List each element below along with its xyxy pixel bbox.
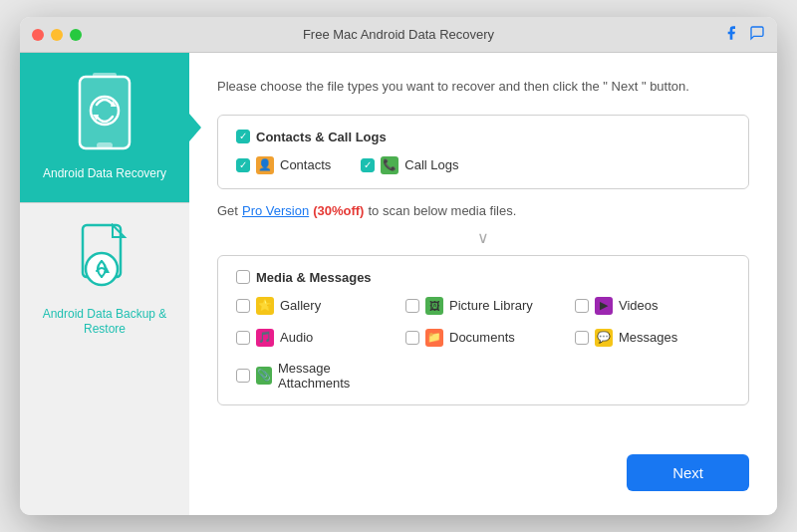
window-title: Free Mac Android Data Recovery (303, 27, 494, 42)
pro-text: Get Pro Version (30%off) to scan below m… (217, 203, 749, 218)
sidebar: Android Data Recovery (20, 53, 189, 515)
media-section-title: Media & Messages (256, 270, 372, 285)
videos-item[interactable]: ▶ Videos (575, 297, 730, 315)
documents-label: Documents (449, 330, 515, 345)
instruction-text: Please choose the file types you want to… (217, 77, 749, 97)
gallery-icon: ⭐ (256, 297, 274, 315)
contacts-section-title: Contacts & Call Logs (256, 130, 387, 144)
traffic-lights (32, 29, 82, 41)
facebook-icon[interactable] (723, 25, 739, 45)
picture-library-label: Picture Library (449, 298, 533, 313)
messages-checkbox[interactable] (575, 331, 589, 345)
gallery-checkbox[interactable] (236, 299, 250, 313)
phone-recovery-icon (75, 73, 134, 156)
picture-library-checkbox[interactable] (405, 299, 419, 313)
sidebar-item-backup-label: Android Data Backup & Restore (30, 307, 179, 338)
message-icon[interactable] (749, 25, 765, 45)
pro-prefix: Get (217, 203, 238, 218)
gallery-label: Gallery (280, 298, 321, 313)
svg-rect-0 (80, 77, 130, 148)
contacts-icon: 👤 (256, 156, 274, 174)
app-window: Free Mac Android Data Recovery (20, 17, 777, 515)
videos-checkbox[interactable] (575, 299, 589, 313)
documents-item[interactable]: 📁 Documents (405, 329, 561, 347)
close-button[interactable] (32, 29, 44, 41)
contacts-section-checkbox[interactable] (236, 130, 250, 143)
message-attachments-item[interactable]: 📎 Message Attachments (236, 361, 392, 391)
contacts-item[interactable]: 👤 Contacts (236, 156, 331, 174)
media-items-grid: ⭐ Gallery 🖼 Picture Library ▶ Videos (236, 297, 730, 391)
content: Android Data Recovery (20, 53, 777, 515)
sidebar-item-android-recovery[interactable]: Android Data Recovery (20, 53, 189, 202)
message-attachments-icon: 📎 (256, 367, 272, 385)
messages-label: Messages (619, 330, 677, 345)
videos-icon: ▶ (595, 297, 613, 315)
next-row: Next (217, 440, 749, 491)
documents-checkbox[interactable] (405, 331, 419, 345)
media-section-header: Media & Messages (236, 270, 730, 285)
contacts-label: Contacts (280, 157, 331, 172)
sidebar-item-android-backup[interactable]: Android Data Backup & Restore (20, 203, 189, 358)
contacts-checkbox[interactable] (236, 158, 250, 172)
titlebar: Free Mac Android Data Recovery (20, 17, 777, 53)
messages-icon: 💬 (595, 329, 613, 347)
pro-suffix: to scan below media files. (368, 203, 516, 218)
picture-library-icon: 🖼 (425, 297, 443, 315)
messages-item[interactable]: 💬 Messages (575, 329, 730, 347)
picture-library-item[interactable]: 🖼 Picture Library (405, 297, 561, 315)
maximize-button[interactable] (70, 29, 82, 41)
contacts-section: Contacts & Call Logs 👤 Contacts 📞 Call L… (217, 115, 749, 189)
svg-rect-3 (97, 142, 113, 148)
call-logs-label: Call Logs (404, 157, 458, 172)
titlebar-icons (723, 25, 765, 45)
pro-version-link[interactable]: Pro Version (242, 203, 309, 218)
audio-item[interactable]: 🎵 Audio (236, 329, 392, 347)
media-section-checkbox[interactable] (236, 270, 250, 284)
pro-discount: (30%off) (313, 203, 364, 218)
svg-rect-2 (93, 73, 117, 78)
sidebar-item-recovery-label: Android Data Recovery (43, 166, 166, 182)
main-content: Please choose the file types you want to… (189, 53, 777, 515)
minimize-button[interactable] (51, 29, 63, 41)
media-section: Media & Messages ⭐ Gallery 🖼 Picture Lib… (217, 255, 749, 405)
audio-icon: 🎵 (256, 329, 274, 347)
message-attachments-label: Message Attachments (278, 361, 392, 391)
call-logs-checkbox[interactable] (361, 158, 375, 172)
audio-checkbox[interactable] (236, 331, 250, 345)
contacts-section-header: Contacts & Call Logs (236, 130, 730, 144)
gallery-item[interactable]: ⭐ Gallery (236, 297, 392, 315)
audio-label: Audio (280, 330, 313, 345)
videos-label: Videos (619, 298, 659, 313)
arrow-down-icon: ∨ (217, 228, 749, 247)
call-logs-icon: 📞 (381, 156, 398, 174)
documents-icon: 📁 (425, 329, 443, 347)
message-attachments-checkbox[interactable] (236, 369, 250, 383)
backup-icon (75, 223, 134, 297)
call-logs-item[interactable]: 📞 Call Logs (361, 156, 458, 174)
next-button[interactable]: Next (627, 454, 749, 491)
contacts-items-row: 👤 Contacts 📞 Call Logs (236, 156, 730, 174)
